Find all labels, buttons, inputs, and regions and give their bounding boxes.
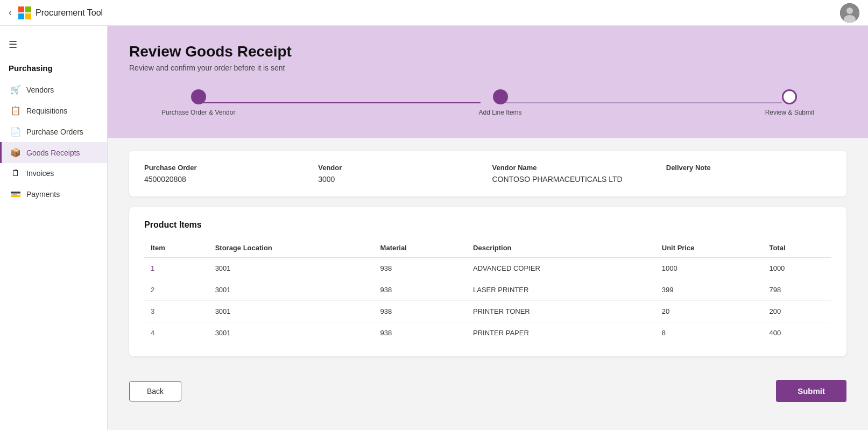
table-row: 1 3001 938 ADVANCED COPIER 1000 1000: [144, 258, 831, 279]
main-content: Review Goods Receipt Review and confirm …: [108, 26, 868, 430]
po-field-vendor-name: Vendor Name CONTOSO PHARMACEUTICALS LTD: [492, 164, 658, 184]
col-header-description: Description: [467, 238, 655, 258]
progress-stepper: Purchase Order & Vendor Add Line Items R…: [129, 89, 846, 116]
product-items-table: Item Storage Location Material Descripti…: [144, 238, 831, 343]
sidebar-item-invoices[interactable]: 🗒 Invoices: [0, 163, 107, 184]
po-info-card: Purchase Order 4500020808 Vendor 3000 Ve…: [129, 151, 846, 196]
cell-unit-price-3: 8: [655, 322, 763, 344]
col-header-material: Material: [374, 238, 467, 258]
po-value-purchase-order: 4500020808: [144, 175, 309, 184]
cell-total-1: 798: [763, 279, 831, 301]
cell-material-2: 938: [374, 301, 467, 322]
sidebar-item-purchase-orders[interactable]: 📄 Purchase Orders: [0, 121, 107, 142]
sidebar-label-invoices: Invoices: [26, 169, 54, 178]
user-avatar[interactable]: [840, 3, 859, 23]
po-value-vendor: 3000: [318, 175, 483, 184]
back-button[interactable]: Back: [129, 381, 181, 401]
cell-description-0: ADVANCED COPIER: [467, 258, 655, 279]
sidebar-item-goods-receipts[interactable]: 📦 Goods Receipts: [0, 142, 107, 163]
vendors-icon: 🛒: [10, 84, 21, 95]
table-row: 3 3001 938 PRINTER TONER 20 200: [144, 301, 831, 322]
cell-storage-1: 3001: [209, 279, 374, 301]
cell-item-3: 4: [144, 322, 209, 344]
page-subtitle: Review and confirm your order before it …: [129, 64, 846, 72]
cell-material-0: 938: [374, 258, 467, 279]
col-header-total: Total: [763, 238, 831, 258]
table-row: 2 3001 938 LASER PRINTER 399 798: [144, 279, 831, 301]
stepper-label-2: Add Line Items: [479, 109, 522, 116]
cell-unit-price-0: 1000: [655, 258, 763, 279]
requisitions-icon: 📋: [10, 105, 21, 116]
sidebar-label-vendors: Vendors: [26, 86, 54, 94]
sidebar-item-vendors[interactable]: 🛒 Vendors: [0, 79, 107, 100]
cell-item-0: 1: [144, 258, 209, 279]
hero-banner: Review Goods Receipt Review and confirm …: [108, 26, 868, 138]
payments-icon: 💳: [10, 189, 21, 199]
product-items-card: Product Items Item Storage Location Mate…: [129, 207, 846, 356]
stepper-dot-3: [782, 89, 797, 104]
cell-storage-2: 3001: [209, 301, 374, 322]
topbar: ‹ Procurement Tool: [0, 0, 868, 26]
po-label-purchase-order: Purchase Order: [144, 164, 309, 172]
sidebar-section-title: Purchasing: [0, 59, 107, 79]
goods-receipts-icon: 📦: [10, 147, 21, 158]
sidebar: ☰ Purchasing 🛒 Vendors 📋 Requisitions 📄 …: [0, 26, 108, 430]
po-field-vendor: Vendor 3000: [318, 164, 483, 184]
cell-item-2: 3: [144, 301, 209, 322]
cell-storage-0: 3001: [209, 258, 374, 279]
sidebar-label-purchase-orders: Purchase Orders: [26, 128, 83, 136]
page-title: Review Goods Receipt: [129, 43, 846, 60]
stepper-label-1: Purchase Order & Vendor: [161, 109, 235, 116]
stepper-step-3: Review & Submit: [765, 89, 814, 116]
app-title: Procurement Tool: [36, 8, 103, 18]
back-nav-icon[interactable]: ‹: [9, 7, 12, 18]
svg-point-1: [846, 8, 853, 14]
table-header-row: Item Storage Location Material Descripti…: [144, 238, 831, 258]
cell-unit-price-2: 20: [655, 301, 763, 322]
cell-description-1: LASER PRINTER: [467, 279, 655, 301]
cell-unit-price-1: 399: [655, 279, 763, 301]
stepper-dot-2: [493, 89, 508, 104]
hamburger-icon[interactable]: ☰: [0, 34, 107, 55]
sidebar-label-payments: Payments: [26, 190, 60, 199]
sidebar-label-requisitions: Requisitions: [26, 107, 67, 115]
cell-item-1: 2: [144, 279, 209, 301]
brand-logo: Procurement Tool: [18, 6, 103, 19]
stepper-steps: Purchase Order & Vendor Add Line Items R…: [161, 89, 814, 116]
sidebar-label-goods-receipts: Goods Receipts: [26, 149, 80, 157]
cell-material-3: 938: [374, 322, 467, 344]
stepper-label-3: Review & Submit: [765, 109, 814, 116]
cell-total-0: 1000: [763, 258, 831, 279]
cell-total-3: 400: [763, 322, 831, 344]
col-header-unit-price: Unit Price: [655, 238, 763, 258]
submit-button[interactable]: Submit: [776, 380, 846, 402]
po-field-delivery-note: Delivery Note: [666, 164, 831, 184]
product-items-title: Product Items: [144, 220, 831, 230]
cell-storage-3: 3001: [209, 322, 374, 344]
purchase-orders-icon: 📄: [10, 126, 21, 137]
col-header-storage-location: Storage Location: [209, 238, 374, 258]
stepper-step-1: Purchase Order & Vendor: [161, 89, 235, 116]
po-value-vendor-name: CONTOSO PHARMACEUTICALS LTD: [492, 175, 658, 184]
microsoft-logo-icon: [18, 6, 31, 19]
po-label-vendor: Vendor: [318, 164, 483, 172]
table-row: 4 3001 938 PRINTER PAPER 8 400: [144, 322, 831, 344]
cell-material-1: 938: [374, 279, 467, 301]
po-label-delivery-note: Delivery Note: [666, 164, 831, 172]
cell-total-2: 200: [763, 301, 831, 322]
po-label-vendor-name: Vendor Name: [492, 164, 658, 172]
po-info-grid: Purchase Order 4500020808 Vendor 3000 Ve…: [144, 164, 831, 184]
footer-buttons: Back Submit: [108, 369, 868, 419]
cell-description-3: PRINTER PAPER: [467, 322, 655, 344]
sidebar-item-requisitions[interactable]: 📋 Requisitions: [0, 100, 107, 121]
sidebar-item-payments[interactable]: 💳 Payments: [0, 184, 107, 205]
col-header-item: Item: [144, 238, 209, 258]
stepper-step-2: Add Line Items: [479, 89, 522, 116]
invoices-icon: 🗒: [10, 168, 21, 178]
cards-area: Purchase Order 4500020808 Vendor 3000 Ve…: [108, 138, 868, 369]
po-field-purchase-order: Purchase Order 4500020808: [144, 164, 309, 184]
stepper-dot-1: [191, 89, 206, 104]
app-body: ☰ Purchasing 🛒 Vendors 📋 Requisitions 📄 …: [0, 26, 868, 430]
cell-description-2: PRINTER TONER: [467, 301, 655, 322]
